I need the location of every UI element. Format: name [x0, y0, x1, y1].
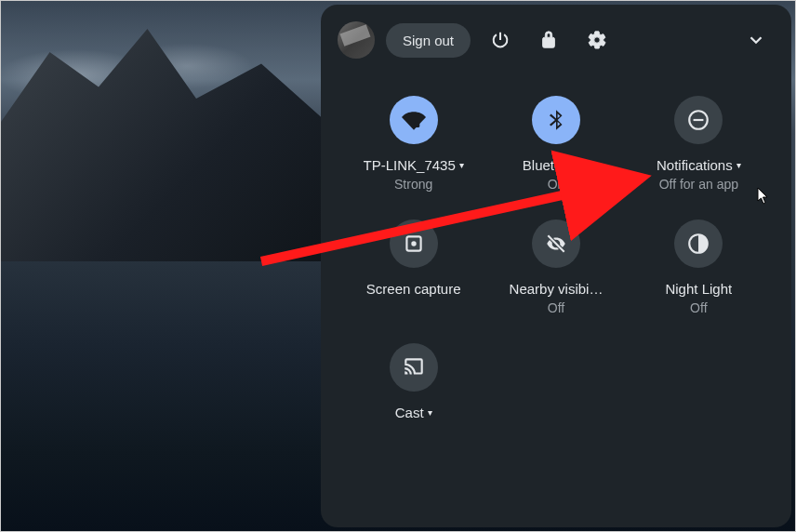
- tile-title: Bluetooth▾: [523, 157, 590, 173]
- tile-subtitle: Off for an app: [659, 177, 738, 192]
- collapse-button[interactable]: [737, 21, 775, 59]
- bluetooth-icon: [532, 96, 580, 144]
- signout-button[interactable]: Sign out: [386, 23, 471, 58]
- do-not-disturb-icon: [674, 96, 723, 144]
- tile-nearby-visibility[interactable]: Nearby visibi… Off: [489, 219, 622, 315]
- tile-title: Night Light: [665, 281, 732, 297]
- svg-point-3: [411, 241, 416, 246]
- tile-subtitle: On: [548, 177, 565, 192]
- tile-title: Nearby visibi…: [510, 281, 604, 297]
- tile-notifications[interactable]: Notifications▾ Off for an app: [632, 96, 765, 192]
- tile-title: TP-LINK_7435▾: [364, 157, 464, 173]
- quick-settings-panel: Sign out TP-LINK_7435▾ Strong Bluetooth: [321, 5, 791, 527]
- visibility-off-icon: [532, 219, 580, 268]
- tile-subtitle: Off: [548, 300, 564, 315]
- user-avatar[interactable]: [338, 21, 375, 59]
- gear-icon: [587, 30, 607, 50]
- tile-title: Notifications▾: [657, 157, 741, 173]
- tile-title: Cast▾: [395, 405, 432, 420]
- tile-title: Screen capture: [366, 281, 461, 297]
- quick-tiles-grid: TP-LINK_7435▾ Strong Bluetooth▾ On Notif…: [338, 86, 775, 424]
- caret-down-icon: ▾: [428, 407, 432, 418]
- tile-cast[interactable]: Cast▾: [347, 343, 480, 424]
- caret-down-icon: ▾: [585, 160, 590, 170]
- tile-bluetooth[interactable]: Bluetooth▾ On: [489, 96, 622, 192]
- tile-screen-capture[interactable]: Screen capture: [347, 219, 480, 315]
- caret-down-icon: ▾: [736, 160, 741, 170]
- night-light-icon: [674, 219, 723, 268]
- screen-capture-icon: [390, 219, 438, 268]
- power-icon: [490, 30, 511, 50]
- chevron-down-icon: [746, 30, 766, 50]
- cast-icon: [390, 343, 438, 392]
- tile-wifi[interactable]: TP-LINK_7435▾ Strong: [347, 96, 480, 192]
- tile-night-light[interactable]: Night Light Off: [632, 219, 765, 315]
- settings-button[interactable]: [578, 21, 616, 59]
- power-button[interactable]: [482, 21, 519, 59]
- caret-down-icon: ▾: [459, 160, 464, 170]
- tile-subtitle: Off: [690, 300, 707, 315]
- lock-button[interactable]: [530, 21, 567, 59]
- tile-subtitle: Strong: [394, 177, 432, 192]
- lock-icon: [538, 30, 559, 50]
- panel-header: Sign out: [338, 21, 775, 59]
- wifi-icon: [390, 96, 438, 144]
